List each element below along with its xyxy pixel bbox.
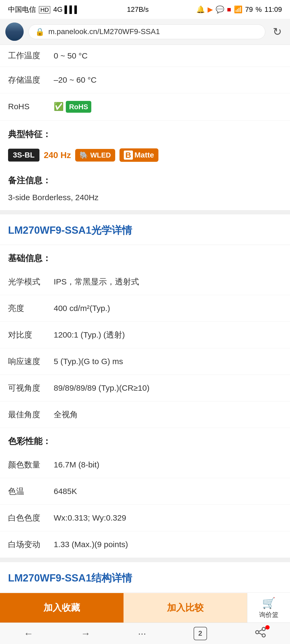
wled-elephant-icon: 🐘 <box>79 151 88 159</box>
section-divider-2 <box>0 558 290 560</box>
value-color-temp: 6485K <box>54 486 282 497</box>
forward-icon: → <box>81 628 90 639</box>
row-value: 0 ~ 50 °C <box>54 51 282 60</box>
browser-nav-bar: ← → ··· 2 <box>0 623 290 644</box>
typical-features-header: 典型特征： <box>0 120 290 146</box>
notification-icon: 🔔 <box>196 5 205 14</box>
matte-b-icon: B <box>124 151 133 160</box>
value-brightness: 400 cd/m²(Typ.) <box>54 303 282 314</box>
svg-line-3 <box>259 630 262 631</box>
label-white-variation: 白场变动 <box>8 539 54 550</box>
label-storage-temp: 存储温度 <box>8 74 54 86</box>
value-optical-mode: IPS，常黑显示，透射式 <box>54 276 282 287</box>
label-color-count: 颜色数量 <box>8 459 54 470</box>
notes-header: 备注信息： <box>0 169 290 189</box>
avatar <box>5 23 24 41</box>
cart-label: 询价篮 <box>259 610 278 619</box>
speed-indicator: 127B/s <box>127 5 149 14</box>
row-label: 工作温度 <box>8 50 54 61</box>
cart-button[interactable]: 🛒 询价篮 <box>247 593 290 623</box>
action-bar: 加入收藏 加入比较 🛒 询价篮 <box>0 593 290 623</box>
lock-icon: 🔒 <box>35 27 45 36</box>
label-brightness: 亮度 <box>8 303 54 314</box>
value-storage-temp: –20 ~ 60 °C <box>54 74 282 86</box>
struct-section-title: LM270WF9-SSA1结构详情 <box>0 560 290 593</box>
label-viewing-angle: 可视角度 <box>8 382 54 394</box>
share-icon <box>255 626 266 641</box>
back-button[interactable]: ← <box>18 625 39 642</box>
table-row-contrast: 对比度 1200:1 (Typ.) (透射) <box>0 322 290 348</box>
table-row-viewing-angle: 可视角度 89/89/89/89 (Typ.)(CR≥10) <box>0 375 290 401</box>
network-speed: 127B/s <box>127 5 149 13</box>
sim-icon: 📶 <box>234 5 242 14</box>
svg-point-0 <box>262 627 265 631</box>
rohs-check-icon: ✅ <box>54 102 64 111</box>
clock: 11:09 <box>264 5 282 14</box>
collect-button[interactable]: 加入收藏 <box>0 593 124 623</box>
more-button[interactable]: ··· <box>133 625 151 642</box>
rohs-badge: RoHS <box>66 101 91 113</box>
table-row-white-variation: 白场变动 1.33 (Max.)(9 points) <box>0 531 290 558</box>
tabs-button[interactable]: 2 <box>188 624 212 643</box>
optical-section-title: LM270WF9-SSA1光学详情 <box>0 212 290 245</box>
share-button[interactable] <box>249 624 272 643</box>
cart-icon: 🛒 <box>262 597 276 609</box>
carrier-name: 中国电信 <box>8 5 36 13</box>
label-white-chromaticity: 白色色度 <box>8 512 54 524</box>
table-row-optical-mode: 光学模式 IPS，常黑显示，透射式 <box>0 269 290 295</box>
label-color-temp: 色温 <box>8 486 54 497</box>
forward-button[interactable]: → <box>75 625 96 642</box>
value-response: 5 (Typ.)(G to G) ms <box>54 356 282 367</box>
value-viewing-angle: 89/89/89/89 (Typ.)(CR≥10) <box>54 382 282 394</box>
battery-level: 79 <box>245 5 253 14</box>
tab-count: 2 <box>194 627 207 640</box>
page-content: 工作温度 0 ~ 50 °C 存储温度 –20 ~ 60 °C RoHS ✅ R… <box>0 45 290 644</box>
refresh-button[interactable]: ↻ <box>270 25 285 38</box>
badge-3sbl: 3S-BL <box>8 149 39 162</box>
back-icon: ← <box>24 628 33 639</box>
address-bar: 🔒 m.panelook.cn/LM270WF9-SSA1 ↻ <box>0 19 290 45</box>
status-bar: 中国电信 HD 4G ▌▌▌ 127B/s 🔔 ▶ 💬 ■ 📶 79% 11:0… <box>0 0 290 19</box>
notes-content: 3-side Borderless, 240Hz <box>0 189 290 210</box>
table-row-color-count: 颜色数量 16.7M (8-bit) <box>0 452 290 478</box>
badge-wled: 🐘 WLED <box>75 149 115 162</box>
table-row-color-temp: 色温 6485K <box>0 478 290 505</box>
table-row-response: 响应速度 5 (Typ.)(G to G) ms <box>0 348 290 375</box>
carrier-info: 中国电信 HD 4G ▌▌▌ <box>8 5 79 14</box>
value-white-variation: 1.33 (Max.)(9 points) <box>54 539 282 550</box>
table-row-storage-temp: 存储温度 –20 ~ 60 °C <box>0 67 290 93</box>
table-row-rohs: RoHS ✅ RoHS <box>0 93 290 120</box>
value-color-count: 16.7M (8-bit) <box>54 459 282 470</box>
url-container[interactable]: 🔒 m.panelook.cn/LM270WF9-SSA1 <box>28 24 265 39</box>
table-row-brightness: 亮度 400 cd/m²(Typ.) <box>0 295 290 322</box>
signal-bars: ▌▌▌ <box>64 5 79 13</box>
more-icon: ··· <box>138 628 146 639</box>
table-row-best-angle: 最佳角度 全视角 <box>0 401 290 428</box>
value-white-chromaticity: Wx:0.313; Wy:0.329 <box>54 512 282 524</box>
table-row: 工作温度 0 ~ 50 °C <box>0 45 290 67</box>
compare-button[interactable]: 加入比较 <box>124 593 247 623</box>
svg-point-2 <box>262 634 265 637</box>
hd-badge: HD <box>39 6 50 13</box>
section-divider <box>0 210 290 212</box>
app-icon-3: ■ <box>227 5 231 14</box>
feature-badges: 3S-BL 240 Hz 🐘 WLED B Matte <box>0 146 290 169</box>
matte-label: Matte <box>135 151 154 159</box>
value-best-angle: 全视角 <box>54 409 282 420</box>
battery-pct: % <box>256 5 262 14</box>
wled-label: WLED <box>90 151 111 159</box>
signal-type: 4G <box>53 5 63 13</box>
color-perf-header: 色彩性能： <box>0 428 290 452</box>
basic-info-header: 基础信息： <box>0 245 290 269</box>
badge-matte: B Matte <box>119 148 158 162</box>
table-row-white-chromaticity: 白色色度 Wx:0.313; Wy:0.329 <box>0 505 290 531</box>
label-optical-mode: 光学模式 <box>8 276 54 287</box>
app-icon-2: 💬 <box>216 5 224 14</box>
svg-line-4 <box>259 633 262 635</box>
value-rohs: ✅ RoHS <box>54 101 282 113</box>
label-best-angle: 最佳角度 <box>8 409 54 420</box>
badge-hz: 240 Hz <box>44 150 71 160</box>
svg-point-1 <box>256 631 259 634</box>
app-icon-1: ▶ <box>208 5 213 14</box>
url-text: m.panelook.cn/LM270WF9-SSA1 <box>48 27 259 36</box>
